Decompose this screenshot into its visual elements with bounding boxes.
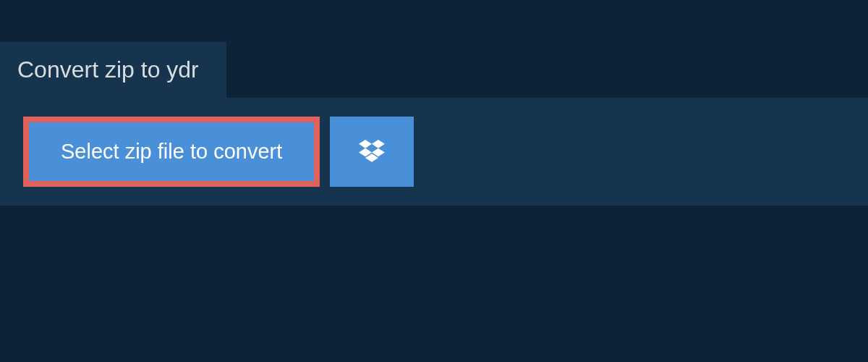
dropbox-button[interactable] — [330, 117, 414, 187]
select-file-button-label: Select zip file to convert — [61, 140, 282, 164]
button-row: Select zip file to convert — [23, 117, 845, 187]
select-file-button[interactable]: Select zip file to convert — [23, 117, 320, 187]
upload-panel: Select zip file to convert — [0, 98, 868, 206]
dropbox-icon — [359, 140, 385, 164]
tab-header[interactable]: Convert zip to ydr — [0, 42, 226, 98]
tab-header-label: Convert zip to ydr — [17, 56, 199, 83]
